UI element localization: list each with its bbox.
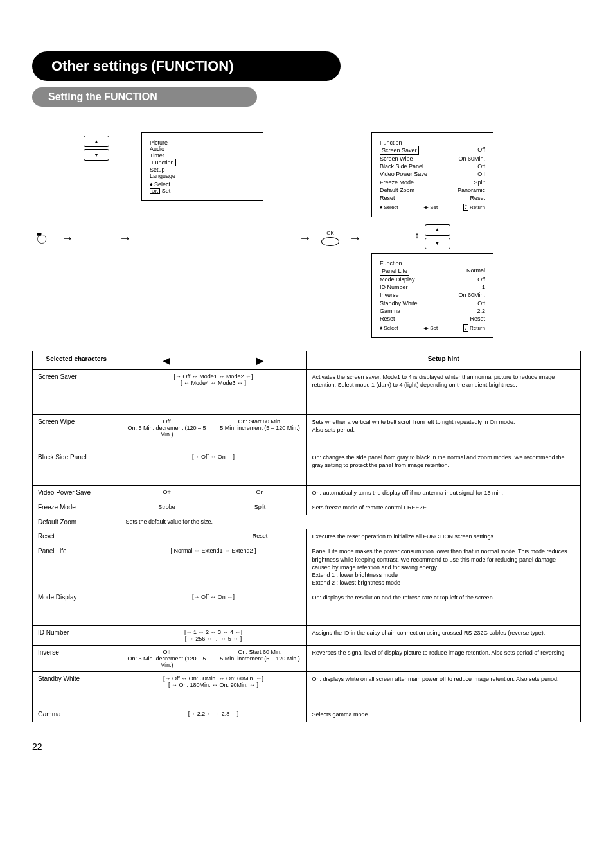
- setting-option-left: [120, 529, 213, 544]
- setting-name: Screen Wipe: [33, 414, 120, 450]
- footer-return: Return: [470, 325, 485, 331]
- up-button-icon: ▲: [84, 136, 109, 147]
- setting-hint: On: displays white on all screen after m…: [306, 672, 581, 707]
- footer-select: Select: [154, 181, 170, 188]
- osd-item: Mode Display: [380, 276, 415, 283]
- menu-item: Audio: [150, 146, 255, 152]
- osd-value: 2.2: [477, 307, 485, 315]
- setting-name: Panel Life: [33, 544, 120, 590]
- setting-option-right: Split: [213, 500, 306, 515]
- setting-name: Video Power Save: [33, 485, 120, 500]
- setting-hint: Activates the screen saver. Mode1 to 4 i…: [306, 369, 581, 414]
- setting-name: ID Number: [33, 626, 120, 646]
- setting-options: [→ Off ↔ Mode1 ↔ Mode2 ←] [ ↔ Mode4 ↔ Mo…: [120, 369, 306, 414]
- setting-options: [→ 1 ↔ 2 ↔ 3 ↔ 4 ←] [ ↔ 256 ↔ ... ↔ 5 ↔ …: [120, 626, 306, 646]
- table-row: Video Power Save Off On On: automaticall…: [33, 485, 581, 500]
- menu-button-icon: [32, 231, 51, 244]
- table-row: Gamma [→ 2.2 ← → 2.8 ←] Selects gamma mo…: [33, 707, 581, 722]
- table-row: Panel Life [ Normal ↔ Extend1 ↔ Extend2 …: [33, 544, 581, 590]
- setting-hint: On: changes the side panel from gray to …: [306, 450, 581, 485]
- table-header-right-icon: ▶: [213, 351, 306, 369]
- osd-value: Reset: [470, 194, 485, 202]
- osd-value: Normal: [466, 267, 485, 276]
- up-down-buttons: ▲ ▼: [84, 136, 109, 161]
- osd-item: Black Side Panel: [380, 163, 423, 170]
- setting-options: [→ 2.2 ← → 2.8 ←]: [120, 707, 306, 722]
- page-number: 22: [32, 741, 581, 752]
- footer-set: Set: [162, 188, 171, 194]
- setting-hint: Panel Life mode makes the power consumpt…: [306, 544, 581, 590]
- menu-item: Setup: [150, 166, 255, 173]
- arrow-right-icon: →: [119, 231, 132, 245]
- osd-item: Reset: [380, 194, 395, 202]
- menu-item-selected: Function: [150, 159, 176, 166]
- ok-button-icon: OK: [321, 230, 339, 246]
- osd-value: Off: [477, 276, 485, 283]
- setting-name: Gamma: [33, 707, 120, 722]
- table-header-hint: Setup hint: [306, 351, 581, 369]
- setting-hint: On: displays the resolution and the refr…: [306, 590, 581, 626]
- setting-name: Mode Display: [33, 590, 120, 626]
- table-row: ID Number [→ 1 ↔ 2 ↔ 3 ↔ 4 ←] [ ↔ 256 ↔ …: [33, 626, 581, 646]
- section-title: Setting the FUNCTION: [32, 87, 257, 107]
- footer-set: Set: [430, 325, 438, 331]
- page-title: Other settings (FUNCTION): [32, 51, 341, 81]
- osd-item: Default Zoom: [380, 186, 414, 194]
- setting-name: Reset: [33, 529, 120, 544]
- footer-select: Select: [384, 204, 398, 210]
- setting-name: Standby White: [33, 672, 120, 707]
- setting-options: [→ Off ↔ On ←]: [120, 450, 306, 485]
- osd-item: Freeze Mode: [380, 179, 414, 186]
- table-row: Black Side Panel [→ Off ↔ On ←] On: chan…: [33, 450, 581, 485]
- osd-item: Inverse: [380, 291, 399, 299]
- setting-option-left: Off On: 5 Min. decrement (120 – 5 Min.): [120, 414, 213, 450]
- function-menu-osd-1: Function Screen SaverOff Screen WipeOn 6…: [371, 132, 493, 217]
- setting-hint: On: automatically turns the display off …: [306, 485, 581, 500]
- osd-item: Gamma: [380, 307, 400, 315]
- osd-item: Video Power Save: [380, 170, 427, 178]
- setting-hint: Reverses the signal level of display pic…: [306, 646, 581, 672]
- setting-option-right: On: [213, 485, 306, 500]
- osd-item: Screen Wipe: [380, 155, 413, 163]
- osd-item-selected: Panel Life: [380, 267, 409, 276]
- setting-option-left: Strobe: [120, 500, 213, 515]
- setting-option-left: Off On: 5 Min. decrement (120 – 5 Min.): [120, 646, 213, 672]
- setting-option-right: Reset: [213, 529, 306, 544]
- settings-table: Selected characters ◀ ▶ Setup hint Scree…: [32, 351, 581, 722]
- setting-hint: Selects gamma mode.: [306, 707, 581, 722]
- table-row: Screen Saver [→ Off ↔ Mode1 ↔ Mode2 ←] […: [33, 369, 581, 414]
- osd-value: Off: [477, 146, 485, 155]
- setting-name: Inverse: [33, 646, 120, 672]
- arrow-right-icon: →: [349, 231, 362, 245]
- updown-arrow-icon: ↕: [415, 231, 420, 240]
- menu-item: Picture: [150, 139, 255, 146]
- table-row: Inverse Off On: 5 Min. decrement (120 – …: [33, 646, 581, 672]
- arrow-right-icon: →: [299, 231, 312, 245]
- osd-value: 1: [482, 283, 485, 291]
- table-header-selected: Selected characters: [33, 351, 120, 369]
- footer-select: Select: [384, 325, 398, 331]
- setting-name: Freeze Mode: [33, 500, 120, 515]
- osd-value: Split: [474, 179, 485, 186]
- setting-options: [ Normal ↔ Extend1 ↔ Extend2 ]: [120, 544, 306, 590]
- table-header-left-icon: ◀: [120, 351, 213, 369]
- menu-item: Language: [150, 173, 255, 179]
- table-row: Standby White [→ Off ↔ On: 30Min. ↔ On: …: [33, 672, 581, 707]
- table-row: Mode Display [→ Off ↔ On ←] On: displays…: [33, 590, 581, 626]
- footer-set: Set: [430, 204, 438, 210]
- osd-item: ID Number: [380, 283, 408, 291]
- svg-rect-0: [37, 233, 42, 236]
- table-row: Reset Reset Executes the reset operation…: [33, 529, 581, 544]
- menu-item: Timer: [150, 152, 255, 159]
- osd-item: Standby White: [380, 299, 418, 307]
- down-button-icon: ▼: [84, 149, 109, 161]
- osd-value: On 60Min.: [458, 291, 485, 299]
- setting-options: Sets the default value for the size.: [120, 515, 581, 529]
- svg-point-1: [37, 235, 46, 243]
- setting-option-right: On: Start 60 Min. 5 Min. increment (5 – …: [213, 646, 306, 672]
- table-row: Screen Wipe Off On: 5 Min. decrement (12…: [33, 414, 581, 450]
- setting-hint: Sets whether a vertical white belt scrol…: [306, 414, 581, 450]
- osd-title: Function: [380, 260, 485, 267]
- navigation-diagram: → ▲ ▼ → Picture Audio Timer Function Set…: [32, 132, 581, 338]
- osd-value: Off: [477, 163, 485, 170]
